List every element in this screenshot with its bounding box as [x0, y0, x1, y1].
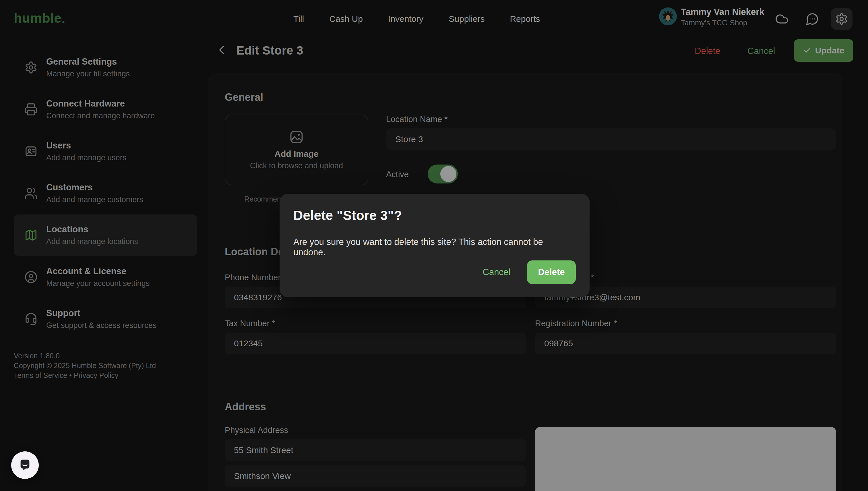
delete-confirmation-dialog: Delete "Store 3"? Are you sure you want … [279, 194, 590, 297]
dialog-delete-button[interactable]: Delete [527, 260, 576, 284]
dialog-title: Delete "Store 3"? [293, 208, 402, 223]
dialog-cancel-button[interactable]: Cancel [483, 267, 511, 278]
chat-bubble-icon [18, 459, 32, 472]
dialog-actions: Cancel Delete [483, 260, 576, 284]
support-chat-launcher[interactable] [11, 451, 39, 479]
dialog-message: Are you sure you want to delete this sit… [293, 237, 577, 258]
